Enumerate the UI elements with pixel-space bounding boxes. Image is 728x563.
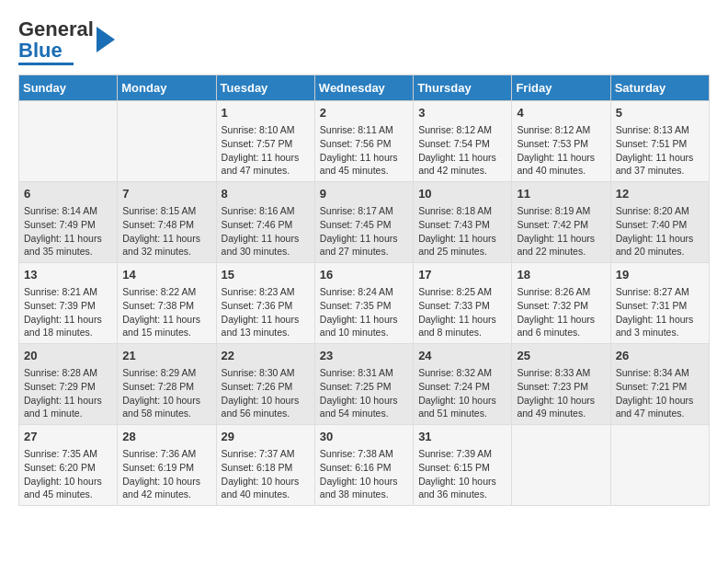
day-info: Sunrise: 8:19 AM [517, 204, 605, 218]
calendar-table: SundayMondayTuesdayWednesdayThursdayFrid… [18, 75, 710, 506]
day-info: Daylight: 11 hours and 1 minute. [24, 394, 112, 420]
day-info: Sunrise: 8:30 AM [222, 366, 310, 380]
day-info: Sunrise: 7:36 AM [122, 447, 210, 461]
day-info: Sunrise: 8:24 AM [320, 285, 408, 299]
day-info: Sunset: 7:33 PM [418, 299, 506, 313]
day-info: Sunset: 7:26 PM [222, 380, 310, 394]
day-info: Daylight: 11 hours and 20 minutes. [616, 232, 704, 259]
day-info: Sunset: 7:51 PM [616, 137, 704, 151]
day-number: 25 [517, 348, 605, 364]
day-info: Daylight: 11 hours and 22 minutes. [517, 232, 605, 259]
day-info: Daylight: 11 hours and 47 minutes. [222, 151, 310, 178]
calendar-cell: 1Sunrise: 8:10 AMSunset: 7:57 PMDaylight… [216, 101, 314, 182]
day-info: Daylight: 10 hours and 49 minutes. [517, 394, 605, 420]
calendar-cell: 27Sunrise: 7:35 AMSunset: 6:20 PMDayligh… [19, 424, 118, 505]
calendar-cell: 10Sunrise: 8:18 AMSunset: 7:43 PMDayligh… [414, 182, 512, 263]
column-header-tuesday: Tuesday [216, 75, 314, 101]
day-info: Sunrise: 8:10 AM [222, 123, 310, 137]
day-number: 8 [222, 186, 310, 202]
day-info: Daylight: 11 hours and 27 minutes. [320, 232, 408, 259]
day-info: Daylight: 10 hours and 56 minutes. [222, 394, 310, 420]
day-info: Sunrise: 8:34 AM [616, 366, 704, 380]
day-info: Sunset: 6:15 PM [418, 461, 506, 475]
column-header-sunday: Sunday [19, 75, 118, 101]
day-info: Daylight: 11 hours and 40 minutes. [517, 151, 605, 178]
day-info: Sunset: 7:57 PM [222, 137, 310, 151]
day-number: 11 [517, 186, 605, 202]
calendar-cell: 2Sunrise: 8:11 AMSunset: 7:56 PMDaylight… [314, 101, 413, 182]
calendar-cell: 11Sunrise: 8:19 AMSunset: 7:42 PMDayligh… [512, 182, 610, 263]
day-info: Daylight: 11 hours and 18 minutes. [24, 313, 112, 339]
calendar-cell: 30Sunrise: 7:38 AMSunset: 6:16 PMDayligh… [314, 424, 413, 505]
day-info: Sunset: 7:21 PM [616, 380, 704, 394]
day-info: Daylight: 11 hours and 10 minutes. [320, 313, 408, 339]
day-info: Daylight: 10 hours and 51 minutes. [418, 394, 506, 420]
day-number: 27 [24, 429, 112, 445]
day-info: Daylight: 11 hours and 30 minutes. [222, 232, 310, 259]
calendar-cell: 8Sunrise: 8:16 AMSunset: 7:46 PMDaylight… [216, 182, 314, 263]
day-number: 9 [320, 186, 408, 202]
calendar-week-row: 1Sunrise: 8:10 AMSunset: 7:57 PMDaylight… [19, 101, 710, 182]
day-info: Sunset: 7:42 PM [517, 218, 605, 232]
day-info: Sunrise: 8:16 AM [222, 204, 310, 218]
day-info: Sunrise: 8:22 AM [122, 285, 210, 299]
day-number: 4 [517, 105, 605, 121]
calendar-cell: 6Sunrise: 8:14 AMSunset: 7:49 PMDaylight… [19, 182, 118, 263]
day-info: Sunrise: 8:13 AM [616, 123, 704, 137]
calendar-cell: 23Sunrise: 8:31 AMSunset: 7:25 PMDayligh… [314, 344, 413, 425]
calendar-header-row: SundayMondayTuesdayWednesdayThursdayFrid… [19, 75, 710, 101]
day-info: Sunset: 7:39 PM [24, 299, 112, 313]
day-number: 24 [418, 348, 506, 364]
day-info: Sunset: 7:25 PM [320, 380, 408, 394]
calendar-cell: 26Sunrise: 8:34 AMSunset: 7:21 PMDayligh… [610, 344, 709, 425]
day-info: Sunrise: 8:15 AM [122, 204, 210, 218]
calendar-cell: 29Sunrise: 7:37 AMSunset: 6:18 PMDayligh… [216, 424, 314, 505]
day-info: Sunrise: 8:29 AM [122, 366, 210, 380]
day-info: Sunset: 7:40 PM [616, 218, 704, 232]
day-info: Sunset: 7:32 PM [517, 299, 605, 313]
day-number: 31 [418, 429, 506, 445]
day-number: 29 [222, 429, 310, 445]
day-number: 10 [418, 186, 506, 202]
day-info: Sunset: 7:53 PM [517, 137, 605, 151]
day-info: Sunset: 7:28 PM [122, 380, 210, 394]
calendar-cell: 25Sunrise: 8:33 AMSunset: 7:23 PMDayligh… [512, 344, 610, 425]
logo-blue: Blue [18, 39, 63, 62]
day-info: Daylight: 10 hours and 42 minutes. [122, 475, 210, 501]
day-info: Sunset: 7:29 PM [24, 380, 112, 394]
day-info: Daylight: 10 hours and 40 minutes. [222, 475, 310, 501]
day-info: Sunrise: 7:39 AM [418, 447, 506, 461]
day-info: Daylight: 11 hours and 37 minutes. [616, 151, 704, 178]
calendar-cell: 31Sunrise: 7:39 AMSunset: 6:15 PMDayligh… [414, 424, 512, 505]
day-info: Sunrise: 8:11 AM [320, 123, 408, 137]
calendar-cell [512, 424, 610, 505]
day-info: Sunset: 7:43 PM [418, 218, 506, 232]
day-number: 18 [517, 267, 605, 283]
day-info: Daylight: 11 hours and 13 minutes. [222, 313, 310, 339]
calendar-cell: 14Sunrise: 8:22 AMSunset: 7:38 PMDayligh… [118, 263, 216, 344]
day-info: Sunset: 7:36 PM [222, 299, 310, 313]
day-number: 26 [616, 348, 704, 364]
calendar-cell: 20Sunrise: 8:28 AMSunset: 7:29 PMDayligh… [19, 344, 118, 425]
calendar-cell: 16Sunrise: 8:24 AMSunset: 7:35 PMDayligh… [314, 263, 413, 344]
day-info: Sunrise: 8:18 AM [418, 204, 506, 218]
calendar-cell [118, 101, 216, 182]
day-number: 13 [24, 267, 112, 283]
calendar-cell: 24Sunrise: 8:32 AMSunset: 7:24 PMDayligh… [414, 344, 512, 425]
day-info: Sunrise: 8:12 AM [418, 123, 506, 137]
calendar-cell: 28Sunrise: 7:36 AMSunset: 6:19 PMDayligh… [118, 424, 216, 505]
day-number: 2 [320, 105, 408, 121]
day-info: Sunset: 7:49 PM [24, 218, 112, 232]
column-header-thursday: Thursday [414, 75, 512, 101]
day-info: Sunrise: 7:37 AM [222, 447, 310, 461]
day-info: Daylight: 11 hours and 35 minutes. [24, 232, 112, 259]
day-number: 23 [320, 348, 408, 364]
day-info: Sunrise: 8:21 AM [24, 285, 112, 299]
day-info: Sunset: 7:38 PM [122, 299, 210, 313]
day-number: 14 [122, 267, 210, 283]
day-info: Sunset: 7:45 PM [320, 218, 408, 232]
logo-general: General [18, 17, 94, 40]
day-info: Sunset: 6:18 PM [222, 461, 310, 475]
day-number: 21 [122, 348, 210, 364]
column-header-monday: Monday [118, 75, 216, 101]
